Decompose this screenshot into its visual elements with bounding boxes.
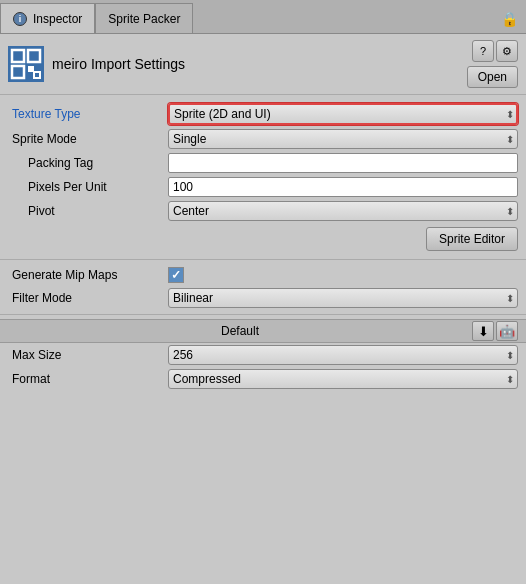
texture-type-select-wrapper: Sprite (2D and UI) bbox=[168, 103, 518, 125]
default-bar: Default ⬇ 🤖 bbox=[0, 319, 526, 343]
open-button[interactable]: Open bbox=[467, 66, 518, 88]
max-size-select[interactable]: 256 bbox=[168, 345, 518, 365]
pivot-label: Pivot bbox=[8, 204, 168, 218]
default-label: Default bbox=[8, 324, 472, 338]
generate-mip-maps-checkbox[interactable]: ✓ bbox=[168, 267, 184, 283]
header-actions: ? ⚙ Open bbox=[467, 40, 518, 88]
max-size-label: Max Size bbox=[8, 348, 168, 362]
sprite-mode-label: Sprite Mode bbox=[8, 132, 168, 146]
packing-tag-control bbox=[168, 153, 518, 173]
svg-rect-2 bbox=[28, 50, 40, 62]
pixels-per-unit-label: Pixels Per Unit bbox=[8, 180, 168, 194]
pixels-per-unit-control bbox=[168, 177, 518, 197]
inspector-icon: i bbox=[13, 12, 27, 26]
texture-type-label: Texture Type bbox=[8, 107, 168, 121]
texture-type-control: Sprite (2D and UI) bbox=[168, 103, 518, 125]
texture-type-row: Texture Type Sprite (2D and UI) bbox=[0, 101, 526, 127]
generate-mip-maps-row: Generate Mip Maps ✓ bbox=[0, 264, 526, 286]
packing-tag-input[interactable] bbox=[168, 153, 518, 173]
pivot-row: Pivot Center bbox=[0, 199, 526, 223]
meiro-svg bbox=[10, 48, 42, 80]
tab-bar: i Inspector Sprite Packer 🔒 bbox=[0, 0, 526, 34]
help-button[interactable]: ? bbox=[472, 40, 494, 62]
default-icons: ⬇ 🤖 bbox=[472, 321, 518, 341]
max-size-select-wrapper: 256 bbox=[168, 345, 518, 365]
tab-sprite-packer-label: Sprite Packer bbox=[108, 12, 180, 26]
settings-button[interactable]: ⚙ bbox=[496, 40, 518, 62]
pivot-select[interactable]: Center bbox=[168, 201, 518, 221]
filter-mode-select[interactable]: Bilinear bbox=[168, 288, 518, 308]
format-select[interactable]: Compressed bbox=[168, 369, 518, 389]
filter-mode-select-wrapper: Bilinear bbox=[168, 288, 518, 308]
sprite-mode-control: Single bbox=[168, 129, 518, 149]
packing-tag-row: Packing Tag bbox=[0, 151, 526, 175]
generate-mip-maps-label: Generate Mip Maps bbox=[8, 268, 168, 282]
tab-sprite-packer[interactable]: Sprite Packer bbox=[95, 3, 193, 33]
filter-mode-control: Bilinear bbox=[168, 288, 518, 308]
pivot-control: Center bbox=[168, 201, 518, 221]
pivot-select-wrapper: Center bbox=[168, 201, 518, 221]
pixels-per-unit-input[interactable] bbox=[168, 177, 518, 197]
sprite-mode-row: Sprite Mode Single bbox=[0, 127, 526, 151]
max-size-row: Max Size 256 bbox=[0, 343, 526, 367]
lock-icon[interactable]: 🔒 bbox=[501, 11, 518, 27]
divider-2 bbox=[0, 314, 526, 315]
header-top-icons: ? ⚙ bbox=[472, 40, 518, 62]
tab-inspector-label: Inspector bbox=[33, 12, 82, 26]
max-size-control: 256 bbox=[168, 345, 518, 365]
header: meiro Import Settings ? ⚙ Open bbox=[0, 34, 526, 95]
svg-rect-1 bbox=[12, 66, 24, 78]
svg-rect-0 bbox=[12, 50, 24, 62]
format-control: Compressed bbox=[168, 369, 518, 389]
sprite-editor-row: Sprite Editor bbox=[0, 223, 526, 255]
divider-1 bbox=[0, 259, 526, 260]
asset-icon bbox=[8, 46, 44, 82]
generate-mip-maps-control: ✓ bbox=[168, 267, 518, 283]
format-label: Format bbox=[8, 372, 168, 386]
format-row: Format Compressed bbox=[0, 367, 526, 391]
checkmark-icon: ✓ bbox=[171, 269, 181, 281]
filter-mode-row: Filter Mode Bilinear bbox=[0, 286, 526, 310]
pixels-per-unit-row: Pixels Per Unit bbox=[0, 175, 526, 199]
download-platform-icon[interactable]: ⬇ bbox=[472, 321, 494, 341]
sprite-mode-select[interactable]: Single bbox=[168, 129, 518, 149]
tab-inspector[interactable]: i Inspector bbox=[0, 3, 95, 33]
window: i Inspector Sprite Packer 🔒 meiro Import… bbox=[0, 0, 526, 584]
asset-title: meiro Import Settings bbox=[52, 56, 459, 72]
sprite-editor-button[interactable]: Sprite Editor bbox=[426, 227, 518, 251]
format-select-wrapper: Compressed bbox=[168, 369, 518, 389]
content: Texture Type Sprite (2D and UI) Sprite M… bbox=[0, 95, 526, 584]
android-platform-icon[interactable]: 🤖 bbox=[496, 321, 518, 341]
texture-type-select[interactable]: Sprite (2D and UI) bbox=[168, 103, 518, 125]
svg-rect-4 bbox=[34, 72, 40, 78]
filter-mode-label: Filter Mode bbox=[8, 291, 168, 305]
packing-tag-label: Packing Tag bbox=[8, 156, 168, 170]
sprite-mode-select-wrapper: Single bbox=[168, 129, 518, 149]
